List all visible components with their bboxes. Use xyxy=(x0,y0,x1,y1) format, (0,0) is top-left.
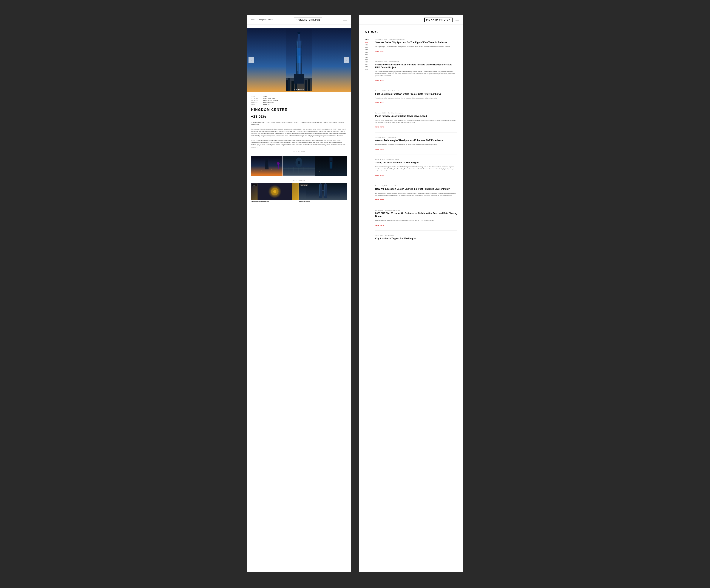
year-latest[interactable]: Latest xyxy=(365,39,372,40)
svg-point-15 xyxy=(298,31,301,34)
year-2017[interactable]: 2017 xyxy=(365,49,372,50)
article-headline-3: Plans for New Uptown Dallas Tower Move A… xyxy=(375,115,457,118)
article-meta-3: September 5, 2020 The Dallas Morning New… xyxy=(375,112,457,114)
read-more-3[interactable]: Read More xyxy=(375,126,384,128)
project-description: Prior to the founding of Pickard Chilton… xyxy=(251,121,347,148)
dot-1[interactable] xyxy=(294,89,295,90)
related-item-1[interactable]: FEATURED Petronas Towers xyxy=(299,183,347,202)
related-badge-1: FEATURED xyxy=(301,184,308,186)
dot-5[interactable] xyxy=(303,89,304,90)
read-more-0[interactable]: Read More xyxy=(375,51,384,52)
article-headline-6: How Will Education Design Change in a Po… xyxy=(375,188,457,191)
article-excerpt-3: Plans for one of Uptown Dallas' tallest … xyxy=(375,119,457,123)
read-more-4[interactable]: Read More xyxy=(375,148,384,150)
year-2012[interactable]: 2012 xyxy=(365,61,372,63)
related-item-img-0 xyxy=(251,183,299,200)
svg-rect-64 xyxy=(330,162,332,168)
year-2015[interactable]: 2015 xyxy=(365,54,372,55)
project-stat: +23.02% xyxy=(251,114,347,119)
article-source-6: Interiors + Sources xyxy=(389,185,400,187)
slider-dots xyxy=(294,89,304,90)
building-image-aerial xyxy=(283,156,315,176)
slider-next-button[interactable]: › xyxy=(344,57,349,63)
right-hamburger-icon[interactable] xyxy=(455,19,459,21)
read-more-1[interactable]: Read More xyxy=(375,80,384,81)
svg-rect-7 xyxy=(308,79,310,91)
svg-point-68 xyxy=(274,190,276,193)
breadcrumb: Work › Kingdom Centre xyxy=(251,19,273,21)
meta-label-architect: architect xyxy=(251,100,260,101)
svg-rect-74 xyxy=(322,190,324,191)
year-2013[interactable]: 2013 xyxy=(365,59,372,60)
hamburger-menu-icon[interactable] xyxy=(344,19,347,21)
related-item-title-1: Petronas Towers xyxy=(299,201,347,202)
read-more-5[interactable]: Read More xyxy=(375,175,384,176)
news-title: NEWS xyxy=(365,30,457,34)
article-5: August 26, 2020 Commercial Observer Taki… xyxy=(375,159,457,181)
meta-value-services: Executive Architect xyxy=(263,102,278,103)
news-layout: Latest 2020 2019 2018 2017 2016 2015 201… xyxy=(365,39,457,250)
year-2009[interactable]: 2009 xyxy=(365,69,372,70)
svg-point-31 xyxy=(271,169,272,170)
article-meta-8: July 23, 2020 New Haven Biz xyxy=(375,235,457,236)
meta-label-client: client xyxy=(251,96,260,97)
article-excerpt-4: A massive new office tower along McKinne… xyxy=(375,144,457,146)
article-date-0: September 29, 2020 xyxy=(375,39,387,40)
year-2016[interactable]: 2016 xyxy=(365,52,372,53)
year-2011[interactable]: 2011 xyxy=(365,64,372,65)
svg-marker-63 xyxy=(330,158,332,161)
article-meta-5: August 26, 2020 Commercial Observer xyxy=(375,159,457,160)
hero-image xyxy=(246,28,351,92)
project-meta: client location architect services type … xyxy=(251,96,347,105)
year-2018[interactable]: 2018 xyxy=(365,47,372,48)
meta-labels: client location architect services type xyxy=(251,96,260,105)
project-title: KINGDOM CENTRE xyxy=(251,108,347,112)
dot-2[interactable] xyxy=(296,89,298,90)
svg-rect-4 xyxy=(291,81,294,91)
article-meta-2: September 9, 2020 Dallas Business Journa… xyxy=(375,90,457,92)
breadcrumb-project: Kingdom Centre xyxy=(259,19,273,21)
right-logo: PICKARD CHILTON xyxy=(424,18,452,22)
article-source-0: Daily Journal of Commerce xyxy=(389,39,404,40)
dot-3[interactable] xyxy=(299,89,300,90)
svg-point-27 xyxy=(258,169,258,169)
svg-point-26 xyxy=(254,170,255,170)
dot-4[interactable] xyxy=(301,89,302,90)
article-source-8: New Haven Biz xyxy=(385,235,394,236)
meta-value-architect: Ellerbe Becket / Omrania xyxy=(263,100,278,101)
article-source-1: Sherwin-Williams xyxy=(389,61,399,62)
article-meta-6: September 13, 2020 Interiors + Sources xyxy=(375,185,457,187)
year-2014[interactable]: 2014 xyxy=(365,56,372,58)
article-date-5: August 26, 2020 xyxy=(375,159,385,160)
article-8: July 23, 2020 New Haven Biz City Archite… xyxy=(375,235,457,246)
svg-rect-75 xyxy=(320,185,320,196)
article-headline-1: Sherwin-Williams Names Key Partners for … xyxy=(375,63,457,69)
article-source-4: connectMED4 xyxy=(388,137,397,138)
related-item-0[interactable]: NEWS Dayah Filharmonik Petronas xyxy=(251,183,299,202)
read-more-7[interactable]: Read More xyxy=(375,225,384,226)
article-4: September 3, 2020 connectMED4 Akamai Tec… xyxy=(375,137,457,155)
article-date-7: July 30, 2020 xyxy=(375,210,383,211)
year-2010[interactable]: 2010 xyxy=(365,66,372,68)
svg-point-28 xyxy=(261,170,262,171)
slider-prev-button[interactable]: ‹ xyxy=(249,57,254,63)
article-date-4: September 3, 2020 xyxy=(375,137,386,138)
read-more-6[interactable]: Read More xyxy=(375,199,384,201)
article-headline-8: City Architects Tapped for Washington... xyxy=(375,237,457,240)
news-articles: September 29, 2020 Daily Journal of Comm… xyxy=(375,39,457,250)
year-2020[interactable]: 2020 xyxy=(365,42,372,43)
svg-point-32 xyxy=(275,170,275,170)
article-source-7: Engineering News-Record xyxy=(385,210,400,211)
aerial-image-svg xyxy=(283,156,315,176)
night-image-svg xyxy=(315,156,347,176)
year-2019[interactable]: 2019 xyxy=(365,44,372,46)
meta-value-location: Riyadh, Saudi Arabia xyxy=(263,98,278,99)
read-more-2[interactable]: Read More xyxy=(375,102,384,103)
article-excerpt-0: The Eight will join a bevy of new office… xyxy=(375,46,457,48)
article-source-5: Commercial Observer xyxy=(386,159,399,160)
right-panel: PICKARD CHILTON NEWS Latest 2020 2019 20… xyxy=(359,15,464,572)
svg-rect-69 xyxy=(306,183,340,200)
breadcrumb-work[interactable]: Work xyxy=(251,19,255,21)
left-logo: PICKARD CHILTON xyxy=(294,18,322,22)
svg-rect-6 xyxy=(305,80,307,91)
